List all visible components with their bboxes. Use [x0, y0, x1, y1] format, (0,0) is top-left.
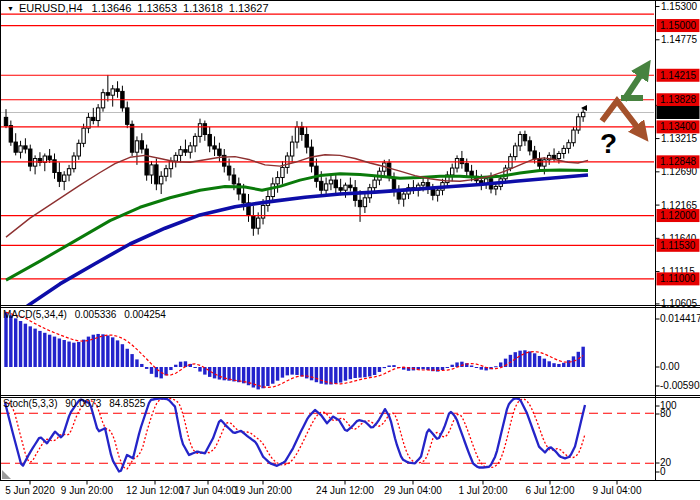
macd-histogram-bar [387, 365, 390, 367]
candle-body [451, 168, 454, 175]
candle-body [572, 130, 575, 143]
macd-histogram-bar [446, 367, 449, 368]
macd-histogram-bar [567, 360, 570, 367]
candle-body [160, 176, 163, 184]
candle-body [135, 141, 138, 152]
macd-histogram-bar [315, 367, 318, 382]
macd-histogram-bar [19, 321, 22, 367]
candle-body [242, 194, 245, 203]
candle-body [179, 150, 182, 156]
candle-body [276, 178, 279, 184]
ma-fast-line [6, 155, 588, 237]
macd-histogram-bar [509, 355, 512, 367]
candle-body [281, 167, 284, 177]
price-badge-label: 1.11530 [660, 240, 696, 251]
candle-body [67, 169, 70, 175]
macd-histogram-bar [218, 367, 221, 380]
macd-histogram-bar [179, 362, 182, 367]
candle-body [567, 143, 570, 149]
macd-histogram-bar [193, 367, 196, 368]
time-axis-label: 24 Jun 12:00 [316, 485, 374, 496]
time-axis-label: 17 Jun 04:00 [179, 485, 237, 496]
macd-histogram-bar [368, 367, 371, 377]
candle-body [24, 146, 27, 149]
stoch-value-signal: 84.8525 [109, 398, 145, 409]
price-badge-label: 1.12000 [660, 210, 697, 221]
stochastic-pane[interactable] [1, 398, 656, 471]
candle-body [431, 189, 434, 195]
macd-histogram-bar [533, 353, 536, 367]
candle-body [494, 186, 497, 189]
macd-histogram-bar [48, 335, 51, 367]
quote-open: 1.13646 [92, 2, 132, 14]
candle-body [58, 172, 61, 181]
candle-body [363, 198, 366, 207]
stoch-indicator-label: Stoch(5,3,3) 90.0073 84.8525 [3, 398, 150, 409]
ma-slow-line [6, 175, 588, 322]
macd-histogram-bar [300, 367, 303, 377]
symbol-dropdown-icon[interactable]: ▼ [7, 5, 14, 12]
macd-histogram-bar [562, 363, 565, 367]
macd-histogram-bar [126, 349, 129, 367]
time-axis-label: 1 Jul 20:00 [459, 485, 508, 496]
macd-histogram-bar [392, 365, 395, 367]
time-axis-label: 6 Jul 12:00 [526, 485, 575, 496]
macd-axis-label: 0.00 [660, 361, 680, 372]
candle-body [106, 93, 109, 96]
candle-body [63, 175, 66, 181]
candle-body [557, 153, 560, 158]
macd-histogram-bar [43, 333, 46, 367]
macd-histogram-bar [242, 367, 245, 383]
macd-histogram-bar [518, 351, 521, 367]
macd-histogram-bar [4, 312, 7, 367]
candle-body [562, 148, 565, 153]
macd-histogram-bar [116, 340, 119, 367]
macd-histogram-bar [344, 367, 347, 381]
macd-histogram-bar [421, 367, 424, 369]
candle-body [397, 191, 400, 199]
macd-histogram-bar [499, 362, 502, 367]
macd-histogram-bar [38, 331, 41, 367]
candle-body [29, 149, 32, 166]
macd-histogram-bar [373, 367, 376, 375]
candle-body [543, 160, 546, 166]
macd-histogram-bar [145, 367, 148, 369]
macd-histogram-bar [9, 315, 12, 367]
candle-body [465, 164, 468, 172]
candle-body [48, 156, 51, 160]
macd-histogram-bar [577, 352, 580, 367]
pane-resize-icon [2, 470, 11, 479]
price-badge-label: 1.13627 [660, 107, 697, 118]
macd-histogram-bar [494, 366, 497, 367]
candle-body [155, 165, 158, 184]
candle-body [111, 89, 114, 95]
macd-histogram-bar [460, 362, 463, 367]
candle-body [164, 169, 167, 177]
macd-histogram-bar [111, 337, 114, 367]
quote-close: 1.13627 [229, 2, 269, 14]
macd-histogram-bar [96, 334, 99, 367]
candle-body [358, 200, 361, 206]
candle-body [373, 180, 376, 188]
chart-canvas[interactable]: ?1.153001.147751.137401.132151.126901.12… [0, 0, 700, 500]
candle-body [19, 146, 22, 152]
candle-body [271, 184, 274, 197]
macd-histogram-bar [101, 334, 104, 367]
stoch-name: Stoch(5,3,3) [3, 398, 57, 409]
price-axis[interactable]: 1.153001.147751.137401.132151.126901.121… [656, 1, 700, 477]
macd-histogram-bar [77, 342, 80, 367]
macd-histogram-bar [14, 318, 17, 367]
macd-histogram-bar [334, 367, 337, 384]
macd-pane[interactable] [4, 312, 585, 389]
main-price-pane[interactable]: ? [0, 14, 656, 322]
macd-histogram-bar [552, 363, 555, 367]
candle-body [577, 117, 580, 130]
candle-body [130, 124, 133, 152]
macd-histogram-bar [198, 367, 201, 372]
macd-histogram-bar [121, 344, 124, 367]
macd-histogram-bar [451, 365, 454, 367]
macd-histogram-bar [24, 324, 27, 367]
price-badge-label: 1.14215 [660, 70, 697, 81]
time-axis[interactable]: 5 Jun 20209 Jun 20:0012 Jun 12:0017 Jun … [5, 481, 642, 497]
macd-histogram-bar [261, 367, 264, 388]
